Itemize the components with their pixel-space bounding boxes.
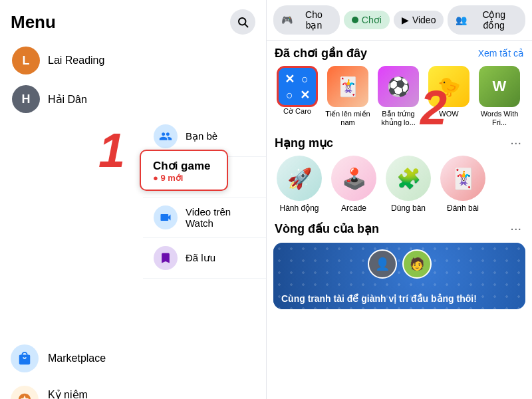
- words-icon: W: [479, 66, 520, 107]
- video-icon: [154, 205, 178, 229]
- tab-cong-dong-label: Cộng đồng: [470, 9, 517, 31]
- tournament-more[interactable]: ···: [507, 221, 524, 236]
- sub-menu-overlay: Bạn bè Nhóm Video trên Watch Đã lưu: [143, 116, 266, 279]
- tournament-avatar-2: 🧑: [402, 249, 432, 279]
- tien-len-label: Tiến lên miền nam: [324, 110, 372, 127]
- tab-choi[interactable]: Chơi: [344, 11, 390, 29]
- avatar-hai: H: [12, 85, 40, 113]
- tab-cho-ban-icon: 🎮: [281, 15, 293, 25]
- sub-menu-saved-label: Đã lưu: [186, 252, 215, 264]
- left-panel: Menu L Lai Reading H Hải Dân ✕ ○ ○ ✕: [0, 0, 266, 399]
- right-panel: 🎮 Cho bạn Chơi ▶ Video 👥 Cộng đồng 2 Đã …: [266, 0, 532, 399]
- categories-row: 🚀 Hành động 🕹️ Arcade 🧩 Dùng bàn 🃏 Đánh …: [267, 153, 532, 215]
- dung-ban-label: Dùng bàn: [391, 203, 426, 213]
- user-item-lai[interactable]: L Lai Reading: [5, 41, 261, 80]
- tab-cho-ban[interactable]: 🎮 Cho bạn: [273, 5, 340, 35]
- tab-cong-dong[interactable]: 👥 Cộng đồng: [448, 5, 525, 35]
- tabs-bar: 🎮 Cho bạn Chơi ▶ Video 👥 Cộng đồng: [267, 0, 532, 41]
- marketplace-icon: [11, 344, 39, 372]
- bookmark-icon: [154, 246, 178, 270]
- tournament-avatar-1: 👤: [368, 249, 397, 279]
- user-item-hai[interactable]: H Hải Dân: [5, 80, 261, 118]
- categories-more[interactable]: ···: [507, 135, 524, 150]
- sub-menu-friends-label: Bạn bè: [186, 130, 217, 142]
- game-thumb-tien-len[interactable]: 🃏 Tiến lên miền nam: [324, 66, 372, 127]
- choi-game-box[interactable]: Chơi game ● 9 mới: [140, 150, 228, 191]
- words-label: Words With Fri...: [475, 110, 523, 127]
- sub-menu-video[interactable]: Video trên Watch: [143, 198, 266, 238]
- right-scroll-area: 2 Đã chơi gần đây Xem tất cả ✕ ○ ○ ✕ Cờ …: [267, 41, 532, 399]
- user-list: L Lai Reading H Hải Dân: [0, 41, 266, 118]
- left-header: Menu: [0, 0, 266, 41]
- categories-title: Hạng mục: [275, 136, 333, 150]
- hanh-dong-icon: 🚀: [277, 156, 322, 201]
- hanh-dong-label: Hành động: [279, 203, 319, 213]
- ky-niem-icon: [11, 386, 39, 399]
- categories-header: Hạng mục ···: [267, 130, 532, 153]
- user-name-lai: Lai Reading: [48, 55, 104, 66]
- tab-cong-dong-icon: 👥: [456, 15, 467, 25]
- marketplace-item[interactable]: Marketplace: [0, 338, 266, 379]
- menu-title: Menu: [11, 12, 56, 33]
- cat-hanh-dong[interactable]: 🚀 Hành động: [273, 156, 325, 213]
- user-name-hai: Hải Dân: [48, 93, 87, 106]
- cat-arcade[interactable]: 🕹️ Arcade: [328, 156, 380, 213]
- see-all-link[interactable]: Xem tất cả: [478, 48, 524, 59]
- tab-video-icon: ▶: [402, 15, 409, 25]
- tab-choi-label: Chơi: [362, 15, 382, 25]
- marketplace-label: Marketplace: [48, 352, 106, 364]
- ban-trung-icon: ⚽: [378, 66, 419, 107]
- game-thumb-words[interactable]: W Words With Fri...: [475, 66, 523, 127]
- danh-bai-label: Đánh bài: [447, 203, 479, 213]
- choi-game-label: Chơi game: [153, 159, 211, 173]
- co-caro-icon: ✕ ○ ○ ✕: [277, 66, 318, 107]
- dung-ban-icon: 🧩: [386, 156, 431, 201]
- co-caro-label: Cờ Caro: [283, 107, 311, 116]
- ky-niem-text: Kỷ niệm ● 9 mới: [48, 388, 88, 399]
- games-row: ✕ ○ ○ ✕ Cờ Caro 🃏 Tiến lên miền nam ⚽ Bắ…: [267, 63, 532, 130]
- tournament-banner[interactable]: 👤 🧑 Cùng tranh tài để giành vị trí đầu b…: [273, 243, 525, 309]
- sub-menu-saved[interactable]: Đã lưu: [143, 238, 266, 279]
- friends-icon: [154, 124, 178, 148]
- number-2-label: 2: [420, 80, 447, 135]
- game-thumb-ban-trung[interactable]: ⚽ Bắn trứng khủng lo...: [374, 66, 422, 127]
- avatar-lai: L: [12, 47, 40, 74]
- danh-bai-icon: 🃏: [440, 156, 485, 201]
- tournament-title: Vòng đấu của bạn: [275, 221, 379, 236]
- recently-played-title: Đã chơi gần đây: [275, 46, 367, 61]
- tien-len-icon: 🃏: [327, 66, 368, 107]
- game-thumb-co-caro[interactable]: ✕ ○ ○ ✕ Cờ Caro: [273, 66, 321, 127]
- recently-played-header: Đã chơi gần đây Xem tất cả: [267, 41, 532, 63]
- choi-game-badge: ● 9 mới: [153, 173, 211, 183]
- ban-trung-label: Bắn trứng khủng lo...: [374, 110, 422, 127]
- tournament-header: Vòng đấu của bạn ···: [267, 215, 532, 239]
- tab-choi-icon: [352, 17, 358, 23]
- tab-cho-ban-label: Cho bạn: [296, 9, 332, 31]
- arcade-icon: 🕹️: [331, 156, 376, 201]
- tab-video-label: Video: [412, 15, 436, 25]
- sub-menu-video-label: Video trên Watch: [186, 206, 255, 229]
- cat-danh-bai[interactable]: 🃏 Đánh bài: [437, 156, 489, 213]
- cat-dung-ban[interactable]: 🧩 Dùng bàn: [382, 156, 434, 213]
- ky-niem-item[interactable]: Kỷ niệm ● 9 mới: [0, 379, 266, 399]
- tab-video[interactable]: ▶ Video: [394, 11, 444, 29]
- arcade-label: Arcade: [341, 203, 366, 213]
- ky-niem-label: Kỷ niệm: [48, 388, 88, 399]
- svg-line-1: [245, 24, 247, 27]
- number-1-label: 1: [98, 123, 125, 178]
- search-button[interactable]: [230, 9, 255, 35]
- tournament-text: Cùng tranh tài để giành vị trí đầu bảng …: [273, 288, 485, 309]
